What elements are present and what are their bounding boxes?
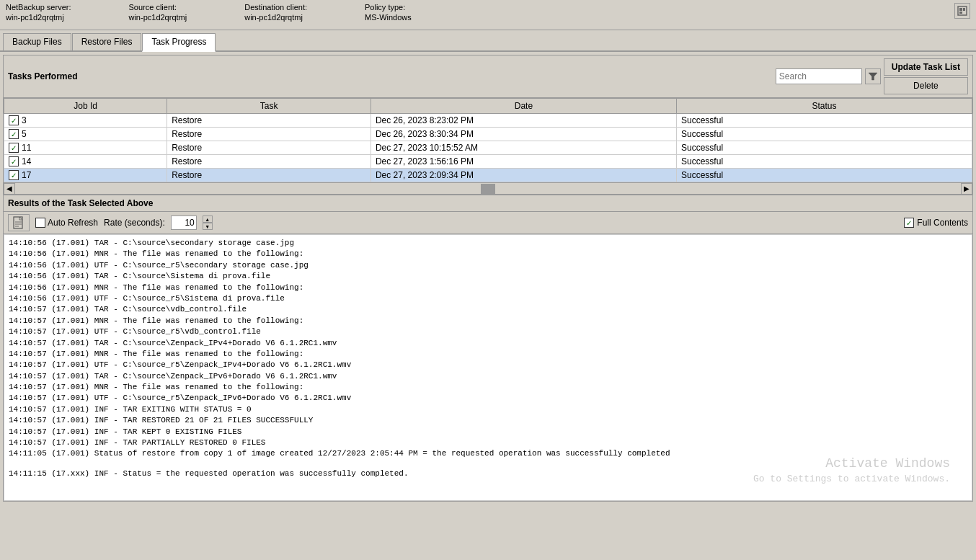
results-section: Results of the Task Selected Above Auto … [4,194,972,501]
cell-task: Restore [167,114,371,128]
cell-date: Dec 27, 2023 10:15:52 AM [371,141,676,155]
cell-status: Successful [677,114,972,128]
tab-bar: Backup Files Restore Files Task Progress [0,30,976,52]
auto-refresh-checkbox[interactable] [35,218,45,228]
log-line: 14:10:56 (17.001) TAR - C:\source\second… [9,238,967,249]
tab-backup-files[interactable]: Backup Files [3,33,71,50]
tab-task-progress[interactable]: Task Progress [142,33,216,52]
col-header-jobid: Job Id [4,99,167,114]
cell-task: Restore [167,128,371,141]
svg-rect-2 [959,12,962,14]
table-row[interactable]: ✓14RestoreDec 27, 2023 1:56:16 PMSuccess… [4,155,972,169]
rate-spinner[interactable]: ▲ ▼ [203,215,213,230]
log-line: 14:10:57 (17.001) INF - TAR PARTIALLY RE… [9,437,967,448]
update-task-list-button[interactable]: Update Task List [884,58,968,76]
horizontal-scrollbar[interactable]: ◀ ▶ [4,182,972,194]
search-input[interactable] [776,68,862,84]
results-toolbar: Auto Refresh Rate (seconds): ▲ ▼ ✓ Full … [4,212,972,234]
log-line: 14:10:57 (17.001) UTF - C:\source_r5\Zen… [9,360,967,370]
log-line: 14:10:57 (17.001) INF - TAR KEPT 0 EXIST… [9,427,967,437]
svg-marker-6 [19,217,22,220]
col-header-status: Status [677,99,972,114]
log-line: 14:10:56 (17.001) MNR - The file was ren… [9,249,967,259]
log-line: 14:10:57 (17.001) TAR - C:\source\Zenpac… [9,338,967,349]
cell-jobid: ✓5 [4,128,167,141]
cell-jobid: ✓11 [4,141,167,155]
rate-label: Rate (seconds): [104,218,165,228]
log-line: 14:10:57 (17.001) TAR - C:\source\vdb_co… [9,304,967,315]
log-line: 14:10:56 (17.001) MNR - The file was ren… [9,283,967,293]
cell-jobid: ✓3 [4,114,167,128]
destination-client-label: Destination client: [244,3,307,12]
netbackup-server-label: NetBackup server: [6,3,71,12]
cell-date: Dec 27, 2023 2:09:34 PM [371,169,676,182]
svg-marker-4 [869,73,877,80]
destination-client-value: win-pc1d2qrqtmj [244,13,307,22]
cell-status: Successful [677,169,972,182]
filter-button[interactable] [865,68,881,84]
log-line: 14:10:57 (17.001) INF - TAR RESTORED 21 … [9,415,967,426]
spin-down-button[interactable]: ▼ [203,223,213,230]
log-line: 14:10:56 (17.001) UTF - C:\source_r5\sec… [9,260,967,271]
main-panel: Tasks Performed Update Task List Delete … [3,55,973,502]
tab-restore-files[interactable]: Restore Files [72,33,142,50]
cell-date: Dec 26, 2023 8:30:34 PM [371,128,676,141]
table-header-row: Job Id Task Date Status [4,99,972,114]
source-client-info: Source client: win-pc1d2qrqtmj [128,3,187,22]
scroll-right-button[interactable]: ▶ [961,183,972,195]
auto-refresh-label: Auto Refresh [48,218,98,228]
svg-rect-1 [959,8,962,11]
scroll-track[interactable] [15,183,961,194]
log-line: 14:10:56 (17.001) UTF - C:\source_r5\Sis… [9,293,967,304]
policy-type-info: Policy type: MS-Windows [365,3,412,22]
policy-type-label: Policy type: [365,3,412,12]
log-line: 14:10:56 (17.001) TAR - C:\source\Sistem… [9,271,967,282]
top-info-bar: NetBackup server: win-pc1d2qrqtmj Source… [0,0,976,30]
refresh-icon-button[interactable] [8,214,30,231]
netbackup-server-value: win-pc1d2qrqtmj [6,13,71,22]
row-checkbox[interactable]: ✓ [9,170,19,180]
cell-task: Restore [167,169,371,182]
table-row[interactable]: ✓5RestoreDec 26, 2023 8:30:34 PMSuccessf… [4,128,972,141]
tasks-header-right: Update Task List Delete [776,58,968,94]
delete-button[interactable]: Delete [884,77,968,94]
task-table-body: ✓3RestoreDec 26, 2023 8:23:02 PMSuccessf… [4,114,972,182]
task-table-wrapper: Job Id Task Date Status ✓3RestoreDec 26,… [4,98,972,182]
row-checkbox[interactable]: ✓ [9,143,19,153]
cell-task: Restore [167,141,371,155]
row-checkbox[interactable]: ✓ [9,115,19,125]
log-line: 14:11:05 (17.001) Status of restore from… [9,448,967,459]
row-checkbox[interactable]: ✓ [9,129,19,139]
cell-jobid: ✓14 [4,155,167,169]
action-buttons: Update Task List Delete [884,58,968,94]
source-client-value: win-pc1d2qrqtmj [128,13,187,22]
rate-input[interactable] [171,215,197,230]
full-contents-area: ✓ Full Contents [904,218,968,228]
full-contents-checkbox[interactable]: ✓ [904,218,914,228]
log-line: 14:10:57 (17.001) MNR - The file was ren… [9,316,967,326]
spin-up-button[interactable]: ▲ [203,215,213,223]
policy-type-value: MS-Windows [365,13,412,22]
col-header-task: Task [167,99,371,114]
scroll-thumb[interactable] [481,184,495,194]
window-icon[interactable] [954,3,970,19]
destination-client-info: Destination client: win-pc1d2qrqtmj [244,3,307,22]
tasks-header: Tasks Performed Update Task List Delete [4,55,972,98]
cell-status: Successful [677,128,972,141]
cell-status: Successful [677,141,972,155]
table-row[interactable]: ✓11RestoreDec 27, 2023 10:15:52 AMSucces… [4,141,972,155]
log-line: 14:10:57 (17.001) MNR - The file was ren… [9,382,967,393]
table-row[interactable]: ✓17RestoreDec 27, 2023 2:09:34 PMSuccess… [4,169,972,182]
table-row[interactable]: ✓3RestoreDec 26, 2023 8:23:02 PMSuccessf… [4,114,972,128]
netbackup-server-info: NetBackup server: win-pc1d2qrqtmj [6,3,71,22]
tasks-title: Tasks Performed [8,71,78,81]
cell-date: Dec 27, 2023 1:56:16 PM [371,155,676,169]
svg-rect-3 [963,8,965,11]
row-checkbox[interactable]: ✓ [9,156,19,166]
log-output: 14:10:56 (17.001) TAR - C:\source\second… [4,234,972,501]
scroll-left-button[interactable]: ◀ [4,183,15,195]
auto-refresh-checkbox-area[interactable]: Auto Refresh [35,218,98,228]
col-header-date: Date [371,99,676,114]
full-contents-label: Full Contents [917,218,968,228]
log-line: 14:10:57 (17.001) UTF - C:\source_r5\Zen… [9,393,967,404]
